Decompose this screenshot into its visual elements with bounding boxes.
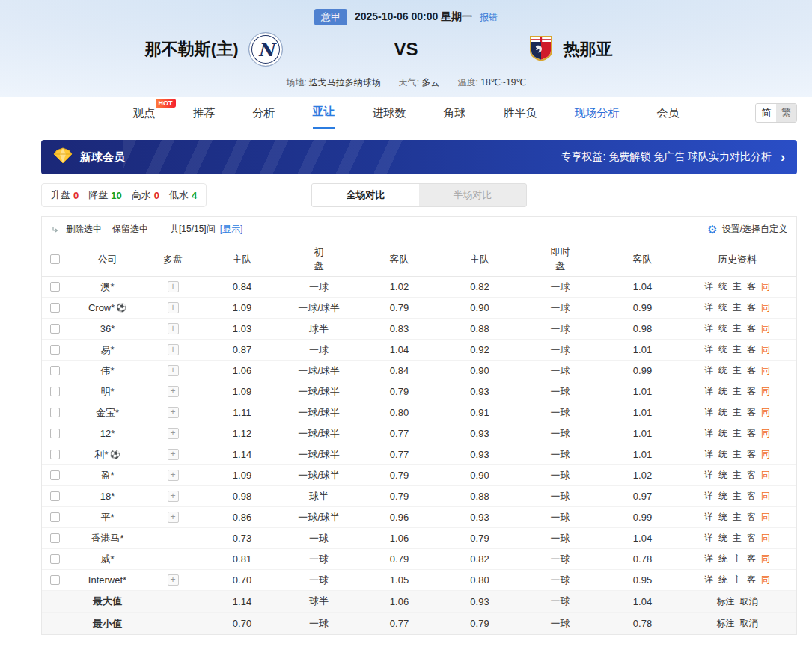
- nav-item-推荐[interactable]: 推荐: [193, 97, 216, 129]
- show-link[interactable]: [显示]: [220, 223, 243, 236]
- expand-multi-button[interactable]: +: [168, 512, 179, 523]
- chevron-right-icon[interactable]: ›: [781, 150, 785, 165]
- history-link-详[interactable]: 详: [704, 574, 713, 586]
- history-link-客[interactable]: 客: [747, 490, 756, 503]
- history-link-同[interactable]: 同: [761, 511, 770, 524]
- history-link-客[interactable]: 客: [747, 385, 756, 398]
- company-name[interactable]: 明*: [100, 385, 114, 399]
- company-name[interactable]: 12*: [100, 428, 115, 439]
- history-link-同[interactable]: 同: [761, 553, 770, 565]
- expand-multi-button[interactable]: +: [168, 323, 179, 334]
- lang-繁-button[interactable]: 繁: [776, 104, 796, 122]
- history-link-客[interactable]: 客: [747, 343, 756, 356]
- history-link-客[interactable]: 客: [747, 511, 756, 524]
- history-link-统[interactable]: 统: [718, 322, 727, 335]
- row-checkbox[interactable]: [50, 575, 60, 585]
- history-link-统[interactable]: 统: [718, 469, 727, 482]
- history-link-详[interactable]: 详: [704, 511, 713, 524]
- summary-action-标注[interactable]: 标注: [717, 595, 735, 608]
- history-link-同[interactable]: 同: [761, 427, 770, 440]
- history-link-统[interactable]: 统: [718, 406, 727, 419]
- history-link-同[interactable]: 同: [761, 301, 770, 314]
- history-link-同[interactable]: 同: [761, 385, 770, 398]
- nav-item-会员[interactable]: 会员: [657, 97, 680, 129]
- history-link-主[interactable]: 主: [733, 448, 742, 461]
- history-link-客[interactable]: 客: [747, 364, 756, 377]
- history-link-同[interactable]: 同: [761, 322, 770, 335]
- history-link-详[interactable]: 详: [704, 490, 713, 503]
- nav-item-进球数[interactable]: 进球数: [373, 97, 406, 129]
- history-link-统[interactable]: 统: [718, 427, 727, 440]
- nav-item-分析[interactable]: 分析: [253, 97, 275, 129]
- gear-icon[interactable]: ⚙: [707, 223, 717, 236]
- history-link-统[interactable]: 统: [718, 364, 727, 377]
- company-name[interactable]: Crow*: [88, 302, 115, 313]
- company-name[interactable]: 伟*: [100, 364, 114, 378]
- history-link-统[interactable]: 统: [718, 553, 727, 565]
- history-link-统[interactable]: 统: [718, 574, 727, 586]
- delete-selected-button[interactable]: 删除选中: [66, 223, 102, 236]
- row-checkbox[interactable]: [50, 429, 60, 438]
- row-checkbox[interactable]: [50, 303, 60, 313]
- row-checkbox[interactable]: [50, 512, 60, 522]
- history-link-主[interactable]: 主: [733, 343, 742, 356]
- keep-selected-button[interactable]: 保留选中: [112, 223, 148, 236]
- company-name[interactable]: 36*: [100, 323, 115, 334]
- history-link-客[interactable]: 客: [747, 532, 756, 545]
- history-link-详[interactable]: 详: [704, 448, 713, 461]
- history-link-统[interactable]: 统: [718, 385, 727, 398]
- history-link-详[interactable]: 详: [704, 343, 713, 356]
- company-name[interactable]: 利*: [95, 448, 109, 462]
- history-link-主[interactable]: 主: [733, 385, 742, 398]
- company-name[interactable]: 18*: [100, 491, 115, 502]
- history-link-同[interactable]: 同: [761, 490, 770, 503]
- select-all-checkbox[interactable]: [50, 254, 60, 264]
- history-link-详[interactable]: 详: [704, 532, 713, 545]
- summary-action-取消[interactable]: 取消: [740, 617, 758, 630]
- history-link-详[interactable]: 详: [704, 427, 713, 440]
- history-link-统[interactable]: 统: [718, 301, 727, 314]
- history-link-同[interactable]: 同: [761, 280, 770, 293]
- history-link-详[interactable]: 详: [704, 406, 713, 419]
- expand-multi-button[interactable]: +: [168, 365, 179, 376]
- nav-item-现场分析[interactable]: 现场分析: [575, 97, 620, 129]
- company-name[interactable]: 威*: [100, 553, 114, 566]
- row-checkbox[interactable]: [50, 387, 60, 396]
- history-link-同[interactable]: 同: [761, 406, 770, 419]
- history-link-主[interactable]: 主: [733, 469, 742, 482]
- history-link-主[interactable]: 主: [733, 364, 742, 377]
- row-checkbox[interactable]: [50, 450, 60, 459]
- history-link-统[interactable]: 统: [718, 532, 727, 545]
- row-checkbox[interactable]: [50, 470, 60, 480]
- company-name[interactable]: 澳*: [100, 280, 114, 294]
- row-checkbox[interactable]: [50, 491, 60, 501]
- history-link-客[interactable]: 客: [747, 301, 756, 314]
- history-link-同[interactable]: 同: [761, 343, 770, 356]
- history-link-客[interactable]: 客: [747, 322, 756, 335]
- history-link-统[interactable]: 统: [718, 448, 727, 461]
- expand-multi-button[interactable]: +: [168, 449, 179, 460]
- history-link-同[interactable]: 同: [761, 364, 770, 377]
- history-link-同[interactable]: 同: [761, 469, 770, 482]
- company-name[interactable]: Interwet*: [88, 574, 126, 586]
- history-link-主[interactable]: 主: [733, 490, 742, 503]
- company-name[interactable]: 金宝*: [96, 406, 119, 420]
- history-link-同[interactable]: 同: [761, 448, 770, 461]
- history-link-详[interactable]: 详: [704, 553, 713, 565]
- history-link-主[interactable]: 主: [733, 280, 742, 293]
- history-link-统[interactable]: 统: [718, 511, 727, 524]
- expand-multi-button[interactable]: +: [168, 407, 179, 418]
- expand-multi-button[interactable]: +: [168, 574, 179, 586]
- expand-multi-button[interactable]: +: [168, 491, 179, 502]
- nav-item-胜平负[interactable]: 胜平负: [504, 97, 537, 129]
- history-link-客[interactable]: 客: [747, 406, 756, 419]
- history-link-主[interactable]: 主: [733, 553, 742, 565]
- history-link-详[interactable]: 详: [704, 364, 713, 377]
- row-checkbox[interactable]: [50, 282, 60, 292]
- tab-半场对比[interactable]: 半场对比: [419, 184, 526, 206]
- history-link-主[interactable]: 主: [733, 427, 742, 440]
- company-name[interactable]: 平*: [100, 511, 114, 524]
- expand-multi-button[interactable]: +: [168, 344, 179, 355]
- history-link-统[interactable]: 统: [718, 343, 727, 356]
- settings-customize-link[interactable]: 设置/选择自定义: [722, 223, 787, 236]
